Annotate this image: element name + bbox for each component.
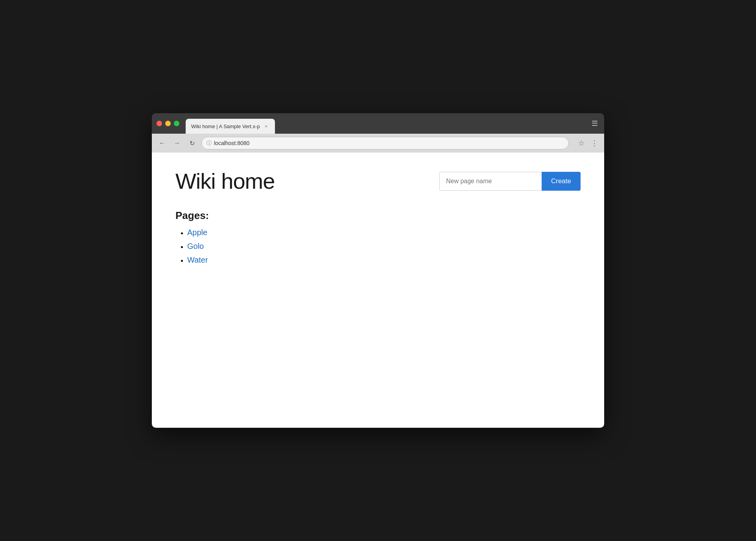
- forward-button[interactable]: →: [171, 138, 183, 149]
- title-bar: Wiki home | A Sample Vert.x-p × ☰: [152, 113, 604, 134]
- list-item: Apple: [187, 228, 581, 237]
- minimize-button[interactable]: [165, 121, 171, 126]
- address-actions: ☆ ⋮: [577, 137, 599, 149]
- info-icon: ⓘ: [207, 140, 212, 147]
- title-bar-actions: ☰: [590, 118, 599, 129]
- list-item: Golo: [187, 242, 581, 251]
- create-form: Create: [439, 172, 581, 191]
- page-link-apple[interactable]: Apple: [187, 228, 207, 237]
- close-button[interactable]: [157, 121, 162, 126]
- new-page-input[interactable]: [439, 172, 542, 191]
- pages-heading: Pages:: [175, 210, 581, 222]
- browser-window: Wiki home | A Sample Vert.x-p × ☰ ← → ↻ …: [152, 113, 604, 428]
- tab-title: Wiki home | A Sample Vert.x-p: [191, 123, 260, 129]
- list-item: Water: [187, 256, 581, 265]
- extensions-icon[interactable]: ☰: [590, 118, 599, 129]
- pages-section: Pages: Apple Golo Water: [175, 210, 581, 265]
- page-title: Wiki home: [175, 168, 275, 194]
- create-button[interactable]: Create: [542, 172, 581, 191]
- active-tab[interactable]: Wiki home | A Sample Vert.x-p ×: [186, 119, 275, 134]
- address-text: localhost:8080: [214, 140, 564, 146]
- nav-bar: ← → ↻ ⓘ localhost:8080 ☆ ⋮: [152, 134, 604, 153]
- address-bar[interactable]: ⓘ localhost:8080: [201, 137, 569, 149]
- pages-list: Apple Golo Water: [175, 228, 581, 265]
- page-link-golo[interactable]: Golo: [187, 242, 204, 250]
- more-options-icon[interactable]: ⋮: [589, 137, 599, 149]
- page-link-water[interactable]: Water: [187, 256, 208, 264]
- refresh-button[interactable]: ↻: [186, 138, 197, 149]
- bookmark-icon[interactable]: ☆: [577, 137, 586, 149]
- back-button[interactable]: ←: [157, 138, 168, 149]
- tab-bar: Wiki home | A Sample Vert.x-p ×: [186, 113, 587, 134]
- traffic-lights: [157, 121, 179, 126]
- maximize-button[interactable]: [174, 121, 179, 126]
- tab-close-button[interactable]: ×: [263, 123, 269, 129]
- page-header: Wiki home Create: [175, 168, 581, 194]
- page-content: Wiki home Create Pages: Apple Golo Water: [152, 153, 604, 428]
